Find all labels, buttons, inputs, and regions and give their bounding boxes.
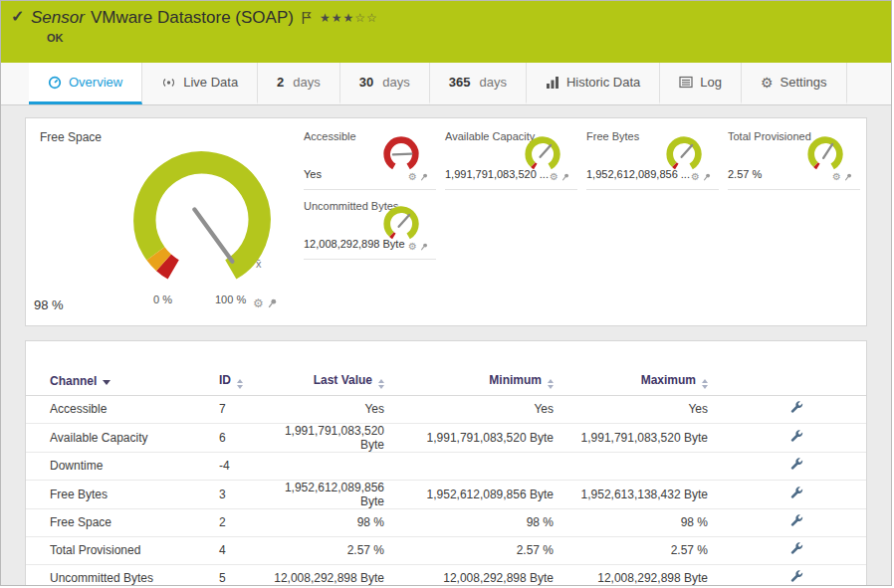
channel-name: Uncommitted Bytes <box>26 564 195 586</box>
channel-settings-wrench-icon[interactable] <box>790 430 803 443</box>
channel-last: 98 % <box>270 508 404 536</box>
channel-settings-wrench-icon[interactable] <box>790 542 803 555</box>
sort-icon <box>237 379 243 389</box>
channel-name: Available Capacity <box>26 423 195 452</box>
header-id[interactable]: ID <box>195 367 270 395</box>
tab-settings[interactable]: ⚙ Settings <box>742 63 847 104</box>
channels-panel: Channel ID Last Value Minimum Maximum Ac… <box>25 340 867 586</box>
mini-gauge-grid: Accessible Yes ⚙ Available Capacity <box>304 126 867 266</box>
channel-last <box>270 452 404 480</box>
tab-historic-data-label: Historic Data <box>566 75 640 90</box>
channel-name: Free Space <box>26 508 195 536</box>
tab-2-days-label: days <box>293 75 320 90</box>
channel-max: 12,008,292,898 Byte <box>573 564 728 586</box>
channel-max: 1,991,791,083,520 Byte <box>573 423 728 452</box>
main-gauge-actions: ⚙ <box>253 297 277 309</box>
header-actions <box>728 367 866 395</box>
sensor-page: ✓ Sensor VMware Datastore (SOAP) ★★★☆☆ O… <box>0 0 892 586</box>
gauges-panel: Free Space 0 % 100 % 98 % x̄ ⚙ Accessibl… <box>25 117 867 326</box>
header-last-value[interactable]: Last Value <box>270 367 404 395</box>
gauge-gear-icon[interactable]: ⚙ <box>550 172 559 182</box>
channel-name: Free Bytes <box>26 480 195 508</box>
channel-min <box>404 452 573 480</box>
table-row: Free Bytes 3 1,952,612,089,856 Byte 1,95… <box>26 480 866 508</box>
header-maximum[interactable]: Maximum <box>573 367 728 395</box>
mini-gauge-value: 12,008,292,898 Byte <box>304 238 405 250</box>
main-gauge-max-label: 100 % <box>215 294 246 305</box>
main-gauge-value: 98 % <box>34 297 64 312</box>
gauge-pin-icon[interactable] <box>420 238 428 256</box>
tab-2-days[interactable]: 2 days <box>258 63 340 104</box>
mini-gauge-value: 1,991,791,083,520 ... <box>445 168 549 180</box>
channel-settings-wrench-icon[interactable] <box>790 458 803 471</box>
gauge-gear-icon[interactable]: ⚙ <box>408 172 417 182</box>
gauge-gear-icon[interactable]: ⚙ <box>408 242 417 252</box>
gauge-gear-icon[interactable]: ⚙ <box>832 172 841 182</box>
channel-min: 12,008,292,898 Byte <box>404 564 573 586</box>
table-row: Total Provisioned 4 2.57 % 2.57 % 2.57 % <box>26 536 866 564</box>
tab-log-label: Log <box>700 75 722 90</box>
channel-last: 1,991,791,083,520 Byte <box>270 423 404 452</box>
tab-overview[interactable]: Overview <box>29 63 142 104</box>
channel-id: 3 <box>195 480 270 508</box>
header-minimum[interactable]: Minimum <box>404 367 573 395</box>
overview-icon <box>48 76 62 90</box>
tab-30-days[interactable]: 30 days <box>340 63 430 104</box>
table-row: Accessible 7 Yes Yes Yes <box>26 395 866 423</box>
tab-365-days[interactable]: 365 days <box>430 63 527 104</box>
gauge-pin-icon[interactable] <box>703 168 711 186</box>
channel-id: 2 <box>195 508 270 536</box>
channel-settings-wrench-icon[interactable] <box>790 401 803 414</box>
channel-id: -4 <box>195 452 270 480</box>
channel-name: Downtime <box>26 452 195 480</box>
mini-gauge-label: Accessible <box>304 130 356 142</box>
tab-2-days-num: 2 <box>277 75 284 90</box>
channel-min: 98 % <box>404 508 573 536</box>
header-channel[interactable]: Channel <box>26 367 195 395</box>
gauge-pin-icon[interactable] <box>844 168 852 186</box>
channel-id: 7 <box>195 395 270 423</box>
tab-overview-label: Overview <box>69 75 122 90</box>
gauge-pin-icon[interactable] <box>268 298 277 309</box>
settings-gear-icon: ⚙ <box>761 76 774 90</box>
channel-min: 1,952,612,089,856 Byte <box>404 480 573 508</box>
tab-365-days-num: 365 <box>449 75 471 90</box>
channel-last: Yes <box>270 395 404 423</box>
sort-icon <box>702 379 708 389</box>
status-badge: OK <box>47 32 64 44</box>
status-check-icon: ✓ <box>11 7 24 26</box>
channel-min: 2.57 % <box>404 536 573 564</box>
channel-max: Yes <box>573 395 728 423</box>
favorite-flag-icon[interactable] <box>302 11 312 25</box>
channel-settings-wrench-icon[interactable] <box>790 514 803 527</box>
channel-last: 2.57 % <box>270 536 404 564</box>
sensor-title: VMware Datastore (SOAP) <box>91 8 294 28</box>
table-row: Free Space 2 98 % 98 % 98 % <box>26 508 866 536</box>
channel-last: 12,008,292,898 Byte <box>270 564 404 586</box>
gauge-pin-icon[interactable] <box>420 168 428 186</box>
mini-gauge-accessible: Accessible Yes ⚙ <box>304 126 436 190</box>
channel-id: 6 <box>195 423 270 452</box>
channel-max: 98 % <box>573 508 728 536</box>
tab-live-data[interactable]: Live Data <box>142 63 258 104</box>
gauge-gear-icon[interactable]: ⚙ <box>253 297 264 309</box>
mini-gauge-label: Free Bytes <box>586 130 639 142</box>
channel-settings-wrench-icon[interactable] <box>790 487 803 499</box>
main-gauge-label: Free Space <box>40 130 102 144</box>
channel-id: 5 <box>195 564 270 586</box>
table-row: Uncommitted Bytes 5 12,008,292,898 Byte … <box>26 564 866 586</box>
tab-bar: Overview Live Data 2 days 30 days 365 da… <box>1 63 891 105</box>
tab-settings-label: Settings <box>781 75 827 90</box>
channel-name: Accessible <box>26 395 195 423</box>
tab-live-data-label: Live Data <box>183 75 238 90</box>
channel-settings-wrench-icon[interactable] <box>790 570 803 583</box>
priority-stars[interactable]: ★★★☆☆ <box>320 11 378 25</box>
tab-historic-data[interactable]: Historic Data <box>527 63 660 104</box>
historic-chart-icon <box>546 76 559 89</box>
channel-max <box>573 452 728 480</box>
tab-log[interactable]: Log <box>660 63 742 104</box>
mini-gauge-uncommitted-bytes: Uncommitted Bytes 12,008,292,898 Byte ⚙ <box>304 196 436 260</box>
gauge-pin-icon[interactable] <box>561 168 569 186</box>
table-header-row: Channel ID Last Value Minimum Maximum <box>26 367 866 395</box>
gauge-gear-icon[interactable]: ⚙ <box>691 172 700 182</box>
